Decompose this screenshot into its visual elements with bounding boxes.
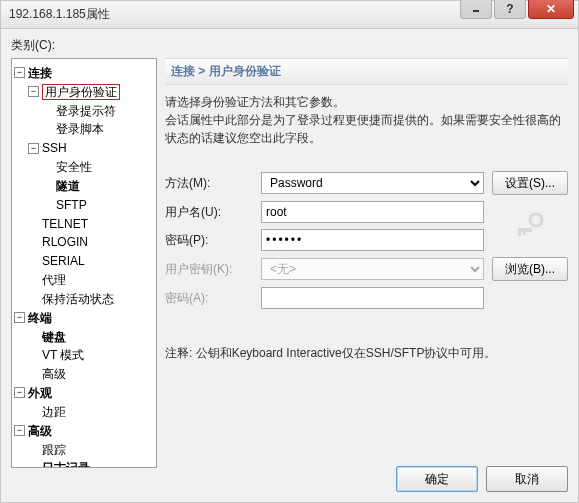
tree-proxy[interactable]: 代理	[42, 273, 66, 287]
description-line1: 请选择身份验证方法和其它参数。	[165, 93, 568, 111]
svg-rect-4	[523, 232, 526, 235]
passphrase-input	[261, 287, 484, 309]
tree-connection[interactable]: 连接	[28, 66, 52, 80]
window-title: 192.168.1.185属性	[9, 6, 110, 23]
settings-button[interactable]: 设置(S)...	[492, 171, 568, 195]
userkey-label: 用户密钥(K):	[165, 261, 253, 278]
svg-rect-2	[518, 228, 532, 232]
username-input[interactable]	[261, 201, 484, 223]
tree-rlogin[interactable]: RLOGIN	[42, 235, 88, 249]
tree-tunnel[interactable]: 隧道	[56, 179, 80, 193]
tree-login-script[interactable]: 登录脚本	[56, 122, 104, 136]
svg-rect-3	[518, 232, 521, 236]
tree-auth[interactable]: 用户身份验证	[42, 84, 120, 100]
expand-icon[interactable]: −	[14, 387, 25, 398]
category-tree[interactable]: −连接 −用户身份验证 登录提示符 登录脚本 −SSH 安全性	[11, 58, 157, 468]
tree-keepalive[interactable]: 保持活动状态	[42, 292, 114, 306]
auth-form: 方法(M): Password 设置(S)... 用户名(U): 密码(P): …	[165, 171, 568, 309]
tree-serial[interactable]: SERIAL	[42, 254, 85, 268]
userkey-select: <无>	[261, 258, 484, 280]
tree-terminal[interactable]: 终端	[28, 311, 52, 325]
tree-login-prompt[interactable]: 登录提示符	[56, 103, 116, 117]
split-pane: −连接 −用户身份验证 登录提示符 登录脚本 −SSH 安全性	[11, 58, 568, 492]
browse-button[interactable]: 浏览(B)...	[492, 257, 568, 281]
tree-logging[interactable]: 日志记录	[42, 461, 90, 468]
method-label: 方法(M):	[165, 175, 253, 192]
tree-keyboard[interactable]: 键盘	[42, 329, 66, 343]
tree-advanced2[interactable]: 高级	[28, 424, 52, 438]
tree-appearance[interactable]: 外观	[28, 386, 52, 400]
password-input[interactable]	[261, 229, 484, 251]
help-button[interactable]: ?	[494, 0, 526, 19]
expand-icon[interactable]: −	[14, 425, 25, 436]
category-label: 类别(C):	[11, 37, 568, 54]
tree-security[interactable]: 安全性	[56, 160, 92, 174]
tree-margin[interactable]: 边距	[42, 405, 66, 419]
cancel-button[interactable]: 取消	[486, 466, 568, 492]
ok-button[interactable]: 确定	[396, 466, 478, 492]
expand-icon[interactable]: −	[28, 86, 39, 97]
svg-point-1	[530, 214, 542, 226]
key-icon	[514, 210, 546, 242]
footer: 确定 取消	[165, 458, 568, 492]
tree-trace[interactable]: 跟踪	[42, 442, 66, 456]
minimize-button[interactable]	[460, 0, 492, 19]
titlebar: 192.168.1.185属性 ? ✕	[0, 0, 579, 28]
tree-telnet[interactable]: TELNET	[42, 216, 88, 230]
body: 类别(C): −连接 −用户身份验证 登录提示符 登录脚本 −SSH	[0, 28, 579, 503]
description-line2: 会话属性中此部分是为了登录过程更便捷而提供的。如果需要安全性很高的状态的话建议您…	[165, 111, 568, 147]
right-panel: 连接 > 用户身份验证 请选择身份验证方法和其它参数。 会话属性中此部分是为了登…	[165, 58, 568, 492]
username-label: 用户名(U):	[165, 204, 253, 221]
close-button[interactable]: ✕	[528, 0, 574, 19]
tree-ssh[interactable]: SSH	[42, 141, 67, 155]
breadcrumb: 连接 > 用户身份验证	[165, 58, 568, 85]
expand-icon[interactable]: −	[14, 312, 25, 323]
tree-vtmode[interactable]: VT 模式	[42, 348, 84, 362]
expand-icon[interactable]: −	[28, 143, 39, 154]
expand-icon[interactable]: −	[14, 67, 25, 78]
tree-sftp[interactable]: SFTP	[56, 198, 87, 212]
properties-window: 192.168.1.185属性 ? ✕ 类别(C): −连接 −用户身份验证 登…	[0, 0, 579, 503]
titlebar-buttons: ? ✕	[460, 0, 574, 19]
tree-advanced[interactable]: 高级	[42, 367, 66, 381]
passphrase-label: 密码(A):	[165, 290, 253, 307]
note-text: 注释: 公钥和Keyboard Interactive仅在SSH/SFTP协议中…	[165, 345, 568, 362]
password-label: 密码(P):	[165, 232, 253, 249]
method-select[interactable]: Password	[261, 172, 484, 194]
